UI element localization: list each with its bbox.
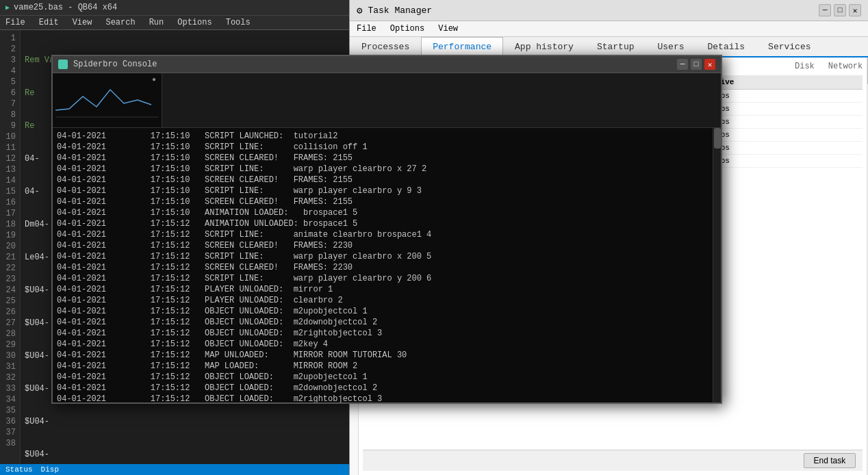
console-line: 04-01-2021 17:15:12 SCREEN CLEARED! FRAM… <box>57 262 717 273</box>
svg-rect-1 <box>64 60 67 64</box>
console-line: 04-01-2021 17:15:10 SCRIPT LINE: collisi… <box>57 142 717 153</box>
tm-wincontrols[interactable]: ─ □ ✕ <box>819 4 861 16</box>
tm-menu-options[interactable]: Options <box>387 23 427 35</box>
spiderbro-maximize-button[interactable]: □ <box>691 59 702 70</box>
spiderbro-chart-container: ● <box>53 73 721 128</box>
line-numbers: 12345 678910 1112131415 1617181920 21222… <box>0 30 21 464</box>
row-col7 <box>753 130 808 140</box>
menu-run[interactable]: Run <box>146 17 167 28</box>
spiderbro-wincontrols[interactable]: ─ □ ✕ <box>677 59 715 70</box>
spiderbro-minimize-button[interactable]: ─ <box>677 59 688 70</box>
tm-minimize-button[interactable]: ─ <box>819 4 831 16</box>
console-line: 04-01-2021 17:15:12 MAP UNLOADED: MIRROR… <box>57 350 717 361</box>
status-right: Disp <box>41 465 59 474</box>
row-col7 <box>753 117 808 127</box>
console-scrollbar[interactable] <box>713 128 721 402</box>
console-line: 04-01-2021 17:15:12 OBJECT UNLOADED: m2u… <box>57 306 717 317</box>
spiderbro-close-button[interactable]: ✕ <box>704 59 715 70</box>
row-col7 <box>753 156 808 166</box>
console-line: 04-01-2021 17:15:12 ANIMATION UNLOADED: … <box>57 218 717 229</box>
menu-file[interactable]: File <box>3 17 28 28</box>
qb64-titlebar: ▶ vame25.bas - QB64 x64 <box>0 0 349 16</box>
spiderbro-content: 04-01-2021 17:15:10 SCRIPT LAUNCHED: tut… <box>53 128 721 402</box>
perf-network-label: Network <box>828 62 863 73</box>
tm-maximize-button[interactable]: □ <box>834 4 846 16</box>
svg-rect-2 <box>59 65 62 68</box>
row-col8 <box>808 130 863 140</box>
end-task-button[interactable]: End task <box>804 453 856 468</box>
tm-icon: ⚙ <box>357 5 362 16</box>
menu-options[interactable]: Options <box>175 17 214 28</box>
col-total2 <box>753 78 808 86</box>
svg-rect-3 <box>64 65 67 68</box>
perf-summary-row: Disk Network <box>795 62 863 73</box>
console-line: 04-01-2021 17:15:12 OBJECT UNLOADED: m2k… <box>57 339 717 350</box>
tm-titlebar-left: ⚙ Task Manager <box>357 5 432 16</box>
console-line: 04-01-2021 17:15:12 PLAYER UNLOADED: cle… <box>57 295 717 306</box>
console-header-spacer <box>162 73 721 127</box>
col-extra <box>808 78 863 86</box>
perf-disk-label: Disk <box>795 62 815 73</box>
console-line: 04-01-2021 17:15:10 SCREEN CLEARED! FRAM… <box>57 153 717 164</box>
tm-titlebar: ⚙ Task Manager ─ □ ✕ <box>350 0 868 21</box>
console-line: 04-01-2021 17:15:12 OBJECT UNLOADED: m2r… <box>57 328 717 339</box>
console-line: 04-01-2021 17:15:10 SCRIPT LINE: warp pl… <box>57 185 717 196</box>
console-line: 04-01-2021 17:15:12 SCRIPT LINE: animate… <box>57 229 717 240</box>
spiderbro-app-icon <box>58 60 68 69</box>
status-text: Status <box>5 465 33 474</box>
console-line: 04-01-2021 17:15:12 PLAYER UNLOADED: mir… <box>57 284 717 295</box>
row-col7 <box>753 143 808 153</box>
menu-tools[interactable]: Tools <box>223 17 253 28</box>
tab-app-history[interactable]: App history <box>503 37 585 57</box>
console-line: 04-01-2021 17:15:12 SCRIPT LINE: warp pl… <box>57 251 717 262</box>
spiderbro-title: Spiderbro Console <box>73 60 157 69</box>
row-col8 <box>808 91 863 101</box>
console-line: 04-01-2021 17:15:12 OBJECT UNLOADED: m2d… <box>57 317 717 328</box>
menu-search[interactable]: Search <box>103 17 138 28</box>
console-line: 04-01-2021 17:15:10 SCREEN CLEARED! FRAM… <box>57 196 717 207</box>
row-col8 <box>808 117 863 127</box>
chart-person-icon: ● <box>152 76 156 84</box>
row-col7 <box>753 91 808 101</box>
row-col8 <box>808 143 863 153</box>
console-line: 04-01-2021 17:15:12 SCRIPT LINE: warp pl… <box>57 273 717 284</box>
tab-details[interactable]: Details <box>696 37 757 57</box>
qb64-statusbar: Status Disp <box>0 464 349 475</box>
network-footer: End task <box>363 450 863 471</box>
tab-users[interactable]: Users <box>646 37 695 57</box>
spiderbro-console: Spiderbro Console ─ □ ✕ ● 04-01-2021 17:… <box>51 55 722 404</box>
console-line: 04-01-2021 17:15:12 SCREEN CLEARED! FRAM… <box>57 240 717 251</box>
tab-services[interactable]: Services <box>756 37 822 57</box>
tab-processes[interactable]: Processes <box>350 37 421 57</box>
spiderbro-titlebar: Spiderbro Console ─ □ ✕ <box>53 56 721 73</box>
menu-edit[interactable]: Edit <box>36 17 62 28</box>
spiderbro-mini-chart: ● <box>53 73 162 127</box>
console-line: 04-01-2021 17:15:10 SCRIPT LAUNCHED: tut… <box>57 131 717 142</box>
console-line: 04-01-2021 17:15:10 ANIMATION LOADED: br… <box>57 207 717 218</box>
tm-menu-file[interactable]: File <box>354 23 379 35</box>
tm-menubar[interactable]: File Options View <box>350 21 868 37</box>
console-line: 04-01-2021 17:15:10 SCREEN CLEARED! FRAM… <box>57 175 717 185</box>
console-line: 04-01-2021 17:15:10 SCRIPT LINE: warp pl… <box>57 164 717 175</box>
tm-title: Task Manager <box>368 5 432 16</box>
console-line: 04-01-2021 17:15:12 OBJECT LOADED: m2rig… <box>57 394 717 402</box>
tab-startup[interactable]: Startup <box>585 37 646 57</box>
row-col8 <box>808 156 863 166</box>
qb64-icon: ▶ <box>5 3 10 12</box>
qb64-title: vame25.bas - QB64 x64 <box>14 3 117 12</box>
row-col8 <box>808 104 863 114</box>
console-line: 04-01-2021 17:15:12 MAP LOADED: MIRROR R… <box>57 361 717 372</box>
console-line: 04-01-2021 17:15:12 OBJECT LOADED: m2upo… <box>57 372 717 383</box>
menu-view[interactable]: View <box>70 17 95 28</box>
svg-rect-0 <box>59 60 62 64</box>
tm-close-button[interactable]: ✕ <box>849 4 861 16</box>
console-line: 04-01-2021 17:15:12 OBJECT LOADED: m2dow… <box>57 383 717 394</box>
qb64-menubar[interactable]: File Edit View Search Run Options Tools <box>0 16 349 30</box>
tm-menu-view[interactable]: View <box>435 23 461 35</box>
spiderbro-titlebar-left: Spiderbro Console <box>58 60 157 69</box>
console-scrollthumb[interactable] <box>714 128 721 149</box>
row-col7 <box>753 104 808 114</box>
